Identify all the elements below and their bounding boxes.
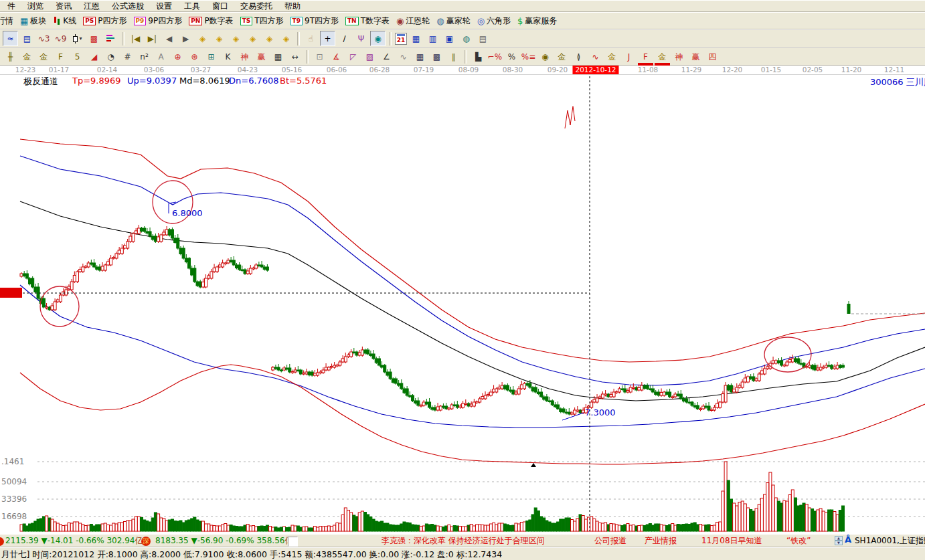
toolbar-item-P四方形[interactable]: PSP四方形 [80, 14, 130, 28]
toolbar-item-赢家轮[interactable]: ◍赢家轮 [433, 14, 473, 28]
wave-red-tool[interactable]: ∿ [588, 49, 603, 64]
toolbar-item-P数字表[interactable]: PNP数字表 [185, 14, 236, 28]
news-item[interactable]: 李克强：深化改革 保持经济运行处于合理区间 [382, 535, 545, 547]
gann-grid-tool[interactable]: ╫ [3, 49, 18, 64]
stamp-tool[interactable]: ▩ [86, 31, 102, 46]
grid3-tool[interactable]: ▩ [429, 49, 444, 64]
gold-circle-tool[interactable]: ◉ [537, 49, 553, 64]
toolbar-item-T四方形[interactable]: TST四方形 [237, 14, 287, 28]
parallel-tool[interactable]: ∥ [446, 49, 461, 64]
k-mark-tool[interactable]: K [220, 49, 236, 64]
export-tool[interactable]: ◍ [458, 31, 474, 46]
angle-tool[interactable]: A [153, 49, 169, 64]
menu-item-件[interactable]: 件 [1, 1, 21, 12]
gold-ratio2-tool[interactable]: 金 [36, 49, 52, 64]
spiral-tool[interactable]: 5 [70, 49, 85, 64]
fit-all-tool[interactable]: ◈ [278, 31, 294, 46]
ticker-splitter[interactable] [288, 537, 298, 547]
menu-item-帮助[interactable]: 帮助 [278, 1, 307, 12]
skip-end-button[interactable]: ▶| [145, 31, 160, 46]
toolbar-item-9T四方形[interactable]: T99T四方形 [287, 14, 342, 28]
menu-item-浏览[interactable]: 浏览 [21, 1, 50, 12]
news-item[interactable]: 公司报道 [594, 535, 626, 547]
gold-lines-tool[interactable]: 金 [554, 49, 570, 64]
fibonacci-tool[interactable]: F [53, 49, 68, 64]
pct-red-tool[interactable]: ⌐% [487, 49, 503, 64]
j-angle-tool[interactable]: J [621, 49, 637, 64]
calendar-tool[interactable]: 21 [395, 33, 407, 45]
square-n-tool[interactable]: n² [137, 49, 152, 64]
toolbar-item-行情[interactable]: 行情 [0, 14, 17, 28]
gold-ratio-tool[interactable]: 金 [19, 49, 35, 64]
menu-item-交易委托[interactable]: 交易委托 [234, 1, 278, 12]
time-cycle-tool[interactable]: ◔ [103, 49, 118, 64]
expand-h-tool[interactable]: ◈ [228, 31, 244, 46]
profile-histogram-tool[interactable] [103, 31, 118, 46]
zoom-right-tool[interactable]: ◈ [212, 31, 227, 46]
spinner-up-icon[interactable]: ▲ [835, 536, 843, 541]
square-web-tool[interactable]: ⊞ [203, 49, 219, 64]
bars-pencil-tool[interactable]: ≬ [571, 49, 586, 64]
si-angle-tool[interactable]: 四 [705, 49, 720, 64]
sh-index-quote[interactable]: 2115.39 ▼-14.01 -0.66% 302.94亿 [5, 535, 143, 547]
shen-angle-tool[interactable]: 神 [671, 49, 687, 64]
news-item[interactable]: “铁改” [786, 535, 811, 547]
pct-tool[interactable]: % [504, 49, 519, 64]
expand-v-tool[interactable]: ◈ [262, 31, 277, 46]
grid-tool[interactable]: ▦ [270, 49, 286, 64]
pencil-line-tool[interactable]: ∠ [379, 49, 394, 64]
pct-lines-tool[interactable]: %≡ [521, 49, 536, 64]
menu-item-公式选股[interactable]: 公式选股 [106, 1, 150, 12]
save-tool[interactable]: ▣ [442, 31, 457, 46]
chart-canvas[interactable]: .14615009433396166986.80007.3000 [0, 75, 925, 534]
crosshair-tool[interactable]: + [320, 31, 335, 46]
toolbar-item-K线[interactable]: K线 [50, 14, 80, 28]
news-item[interactable]: 产业情报 [645, 535, 677, 547]
wave-tool[interactable]: ≈ [3, 31, 18, 46]
ying-angle-tool[interactable]: 赢 [688, 49, 703, 64]
menu-item-窗口[interactable]: 窗口 [206, 1, 234, 12]
calculator-tool[interactable]: ▦ [408, 31, 424, 46]
toolbar-item-T数字表[interactable]: TNT数字表 [342, 14, 393, 28]
toolbar-item-板块[interactable]: ▦板块 [17, 14, 50, 28]
sz-index-quote[interactable]: 8183.35 ▼-56.90 -0.69% 358.56亿 [155, 535, 292, 547]
toolbar-item-六角形[interactable]: ◎六角形 [474, 14, 514, 28]
rocket-tool[interactable]: ◢ [86, 49, 102, 64]
wave3-tool[interactable]: ∿3 [36, 31, 52, 46]
document-tool[interactable]: ▤ [19, 31, 35, 46]
trendline-tool[interactable]: ∕ [337, 31, 352, 46]
f-angle-tool[interactable]: F [638, 49, 653, 64]
prev-button[interactable]: ◀ [161, 31, 177, 46]
hand-tool[interactable]: ☝ [303, 31, 319, 46]
pct-bars-tool[interactable]: ▙ [471, 49, 486, 64]
ticker-spinner[interactable]: ▲ ▼ [835, 536, 843, 547]
menu-item-资讯[interactable]: 资讯 [50, 1, 78, 12]
zigzag-tool[interactable]: ∿ [396, 49, 411, 64]
smart-analysis-tool[interactable]: ◉ [370, 31, 386, 46]
gann-shape-tool[interactable]: Ψ [353, 31, 369, 46]
next-button[interactable]: ▶ [178, 31, 193, 46]
fan-box-tool[interactable]: ◸ [345, 49, 361, 64]
fan-grid-tool[interactable]: ▨ [362, 49, 377, 64]
star-web-tool[interactable]: ⊛ [187, 49, 202, 64]
fan-tool[interactable]: ∡ [329, 49, 344, 64]
menu-item-工具[interactable]: 工具 [178, 1, 206, 12]
gold-angle-tool[interactable]: 金 [604, 49, 620, 64]
compress-h-tool[interactable]: ◈ [245, 31, 260, 46]
gold-angle2-tool[interactable]: 金 [655, 49, 670, 64]
menu-item-设置[interactable]: 设置 [150, 1, 178, 12]
zoom-left-tool[interactable]: ◈ [195, 31, 210, 46]
h-range-tool[interactable]: ↔ [287, 49, 303, 64]
circle-cross-tool[interactable]: ⊕ [170, 49, 185, 64]
grid2-tool[interactable]: ▦ [412, 49, 428, 64]
wave9-tool[interactable]: ∿9 [53, 31, 68, 46]
print-tool[interactable]: ▤ [475, 31, 491, 46]
skip-start-button[interactable]: |◀ [128, 31, 143, 46]
toolbar-item-赢家服务[interactable]: $赢家服务 [514, 14, 560, 28]
spinner-down-icon[interactable]: ▼ [835, 541, 843, 545]
toolbar-item-江恩轮[interactable]: ◉江恩轮 [393, 14, 433, 28]
menu-item-江恩[interactable]: 江恩 [78, 1, 106, 12]
shen-tool[interactable]: 神 [237, 49, 252, 64]
candle-period-tool[interactable]: ▾ [70, 31, 85, 46]
news-item[interactable]: 11月08日早知道 [701, 535, 762, 547]
